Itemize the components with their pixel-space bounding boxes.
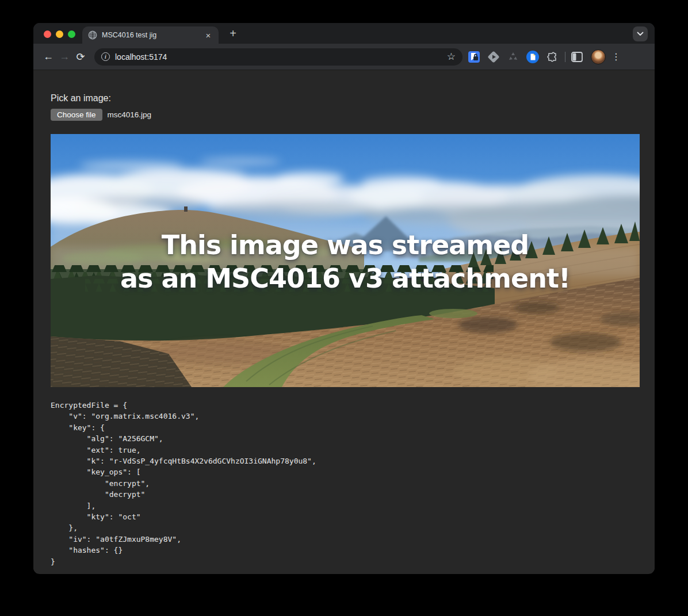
reload-button[interactable]: ⟳	[72, 49, 89, 65]
new-tab-button[interactable]: +	[225, 26, 240, 41]
back-button[interactable]: ←	[40, 49, 56, 65]
tab-close-icon[interactable]: ×	[204, 31, 213, 40]
chevron-down-icon	[637, 32, 644, 36]
traffic-lights	[44, 30, 75, 38]
close-window-button[interactable]	[44, 30, 51, 38]
forward-button: →	[56, 49, 72, 65]
file-input[interactable]: Choose file msc4016.jpg	[51, 109, 655, 121]
encrypted-file-json: EncryptedFile = { "v": "org.matrix.msc40…	[51, 400, 655, 567]
tab-msc4016-test-jig[interactable]: MSC4016 test jig ×	[82, 26, 219, 44]
extension-password-manager-icon[interactable]	[466, 49, 482, 65]
zoom-window-button[interactable]	[68, 30, 75, 38]
url-text[interactable]: localhost:5174	[115, 52, 442, 62]
choose-file-button[interactable]: Choose file	[51, 109, 102, 121]
overlay-line-2: as an MSC4016 v3 attachment!	[51, 262, 640, 295]
site-info-icon[interactable]: i	[101, 52, 110, 61]
extensions-puzzle-icon[interactable]	[544, 49, 560, 65]
address-bar[interactable]: i localhost:5174 ☆	[94, 48, 463, 66]
page-content: Pick an image: Choose file msc4016.jpg	[33, 70, 655, 573]
extension-document-icon[interactable]	[525, 49, 541, 65]
extension-recycle-icon[interactable]	[505, 49, 521, 65]
pick-image-label: Pick an image:	[51, 93, 655, 104]
browser-toolbar: ← → ⟳ i localhost:5174 ☆	[33, 44, 655, 70]
globe-favicon-icon	[88, 30, 97, 40]
bookmark-star-icon[interactable]: ☆	[447, 51, 456, 63]
side-panel-toggle-button[interactable]	[569, 49, 585, 65]
profile-avatar[interactable]	[591, 49, 606, 64]
tab-search-chevron-button[interactable]	[633, 26, 648, 41]
tab-title: MSC4016 test jig	[102, 31, 199, 39]
minimize-window-button[interactable]	[56, 30, 63, 38]
browser-menu-kebab-icon[interactable]: ⋮	[610, 51, 622, 62]
extension-diamond-arrow-icon[interactable]	[486, 49, 502, 65]
streamed-attachment-image: This image was streamed as an MSC4016 v3…	[51, 134, 640, 387]
browser-window: MSC4016 test jig × + ← → ⟳ i localhost:5…	[33, 23, 655, 574]
toolbar-separator	[565, 52, 565, 62]
image-overlay-caption: This image was streamed as an MSC4016 v3…	[51, 228, 640, 295]
tab-strip: MSC4016 test jig × +	[33, 23, 655, 44]
overlay-line-1: This image was streamed	[51, 228, 640, 262]
selected-filename: msc4016.jpg	[108, 110, 152, 119]
